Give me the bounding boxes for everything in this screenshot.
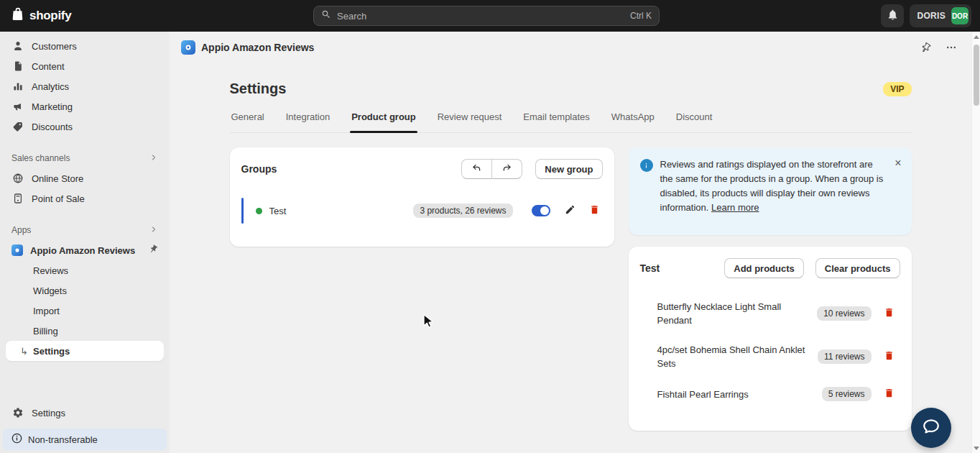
vip-badge: VIP [883,82,911,96]
products-card-title: Test [640,262,660,274]
tab-email-templates[interactable]: Email templates [522,106,591,132]
edit-group-button[interactable] [563,203,578,219]
sidebar-item-settings-selected[interactable]: ↳ Settings [6,341,164,361]
learn-more-link[interactable]: Learn more [711,202,759,213]
tab-discount[interactable]: Discount [675,106,714,132]
search-input[interactable]: Search Ctrl K [313,6,660,26]
scrollbar-thumb[interactable] [974,45,979,106]
tab-integration[interactable]: Integration [285,106,331,132]
sidebar-item-label: Settings [32,408,65,418]
tab-review-request[interactable]: Review request [436,106,504,132]
sidebar-item-label: Customers [32,41,77,52]
tab-general[interactable]: General [230,106,266,132]
sidebar-item-point-of-sale[interactable]: Point of Sale [6,188,164,209]
sidebar-item-online-store[interactable]: Online Store [6,168,164,188]
group-name: Test [269,206,287,216]
tab-whatsapp[interactable]: WhatsApp [610,106,656,132]
scrollbar [971,32,980,453]
point-of-sale-icon [11,192,24,205]
sidebar-item-discounts[interactable]: Discounts [6,116,164,137]
info-banner: Reviews and ratings displayed on the sto… [629,147,912,235]
product-row: Butterfly Necklace Light Small Pendant 1… [640,300,900,327]
sidebar-item-label: Billing [33,326,58,337]
notifications-button[interactable] [881,4,904,27]
group-enabled-toggle[interactable] [532,205,550,216]
non-transferable-notice[interactable]: Non-transferable [3,429,167,450]
settings-tabs: General Integration Product group Review… [230,106,912,133]
undo-redo-group [461,159,522,179]
avatar: DOR [951,7,969,24]
online-store-icon [11,172,24,185]
search-placeholder: Search [337,11,624,22]
sidebar-item-marketing[interactable]: Marketing [6,96,164,116]
trash-icon [884,350,895,364]
product-name: Butterfly Necklace Light Small Pendant [657,300,808,327]
sidebar-item-import[interactable]: Import [6,301,164,321]
redo-button[interactable] [491,159,522,179]
banner-message: Reviews and ratings displayed on the sto… [660,159,884,213]
trash-icon [884,307,895,321]
sidebar-item-label: Import [33,306,60,316]
reviews-count-badge: 5 reviews [822,387,872,401]
app-frame: shopify Search Ctrl K DORIS DOR Custome [0,0,980,453]
sidebar-item-content[interactable]: Content [6,56,164,76]
sidebar-item-label: Analytics [32,81,69,92]
reviews-count-badge: 10 reviews [817,306,871,321]
remove-product-button[interactable] [882,306,897,321]
add-products-button[interactable]: Add products [724,258,804,278]
page-title: Settings [230,81,287,97]
product-row: Fishtail Pearl Earrings 5 reviews [640,386,900,402]
banner-text: Reviews and ratings displayed on the sto… [660,157,888,225]
undo-button[interactable] [461,159,492,179]
group-meta-badge: 3 products, 26 reviews [413,203,512,218]
sidebar-item-label: Online Store [32,173,83,184]
tab-product-group[interactable]: Product group [350,106,417,132]
sidebar-item-settings-bottom[interactable]: Settings [6,403,164,423]
section-label: Sales channels [11,153,70,163]
product-name: 4pc/set Bohemia Shell Chain Anklet Sets [657,343,808,370]
new-group-button[interactable]: New group [535,159,602,179]
pin-icon[interactable] [149,244,158,256]
delete-group-button[interactable] [587,203,603,219]
remove-product-button[interactable] [882,386,897,402]
trash-icon [884,388,895,401]
sidebar-item-billing[interactable]: Billing [6,321,164,341]
remove-product-button[interactable] [882,349,897,365]
topbar: shopify Search Ctrl K DORIS DOR [0,0,980,32]
sidebar-item-reviews[interactable]: Reviews [6,260,164,280]
scroll-up-button[interactable] [972,32,980,42]
more-actions-button[interactable] [941,37,961,58]
sidebar-item-analytics[interactable]: Analytics [6,76,164,96]
search-icon [321,9,331,22]
sidebar-item-label: Reviews [33,265,68,276]
info-icon [11,433,22,446]
close-icon[interactable]: × [895,157,901,170]
chevron-right-icon [149,225,158,236]
group-row[interactable]: Test 3 products, 26 reviews [241,196,603,225]
chat-bubble-icon [922,417,940,439]
sidebar-item-label: Appio Amazon Reviews [30,245,135,256]
scroll-down-button[interactable] [972,443,980,453]
chat-widget-button[interactable] [911,408,951,448]
shopify-logo[interactable]: shopify [10,6,71,25]
pin-app-button[interactable] [915,37,935,58]
marketing-icon [11,100,24,113]
user-menu[interactable]: DORIS DOR [910,4,971,27]
product-row: 4pc/set Bohemia Shell Chain Anklet Sets … [640,343,900,370]
notice-label: Non-transferable [28,434,98,445]
redo-icon [501,163,512,175]
chevron-right-icon [149,153,158,164]
sidebar-item-appio-amazon-reviews[interactable]: Appio Amazon Reviews [6,240,164,260]
sidebar-section-sales-channels[interactable]: Sales channels [6,148,164,168]
sidebar-item-customers[interactable]: Customers [6,36,164,56]
group-active-indicator [241,198,244,224]
sidebar-item-widgets[interactable]: Widgets [6,280,164,301]
clear-products-button[interactable]: Clear products [815,258,900,278]
app-favicon [11,244,23,256]
sidebar-item-label: Widgets [33,285,67,296]
groups-card-title: Groups [241,163,277,175]
sidebar-section-apps[interactable]: Apps [6,220,164,240]
sidebar-item-label: Marketing [32,101,73,112]
bell-icon [887,9,899,24]
sidebar-item-label: Settings [33,346,70,357]
